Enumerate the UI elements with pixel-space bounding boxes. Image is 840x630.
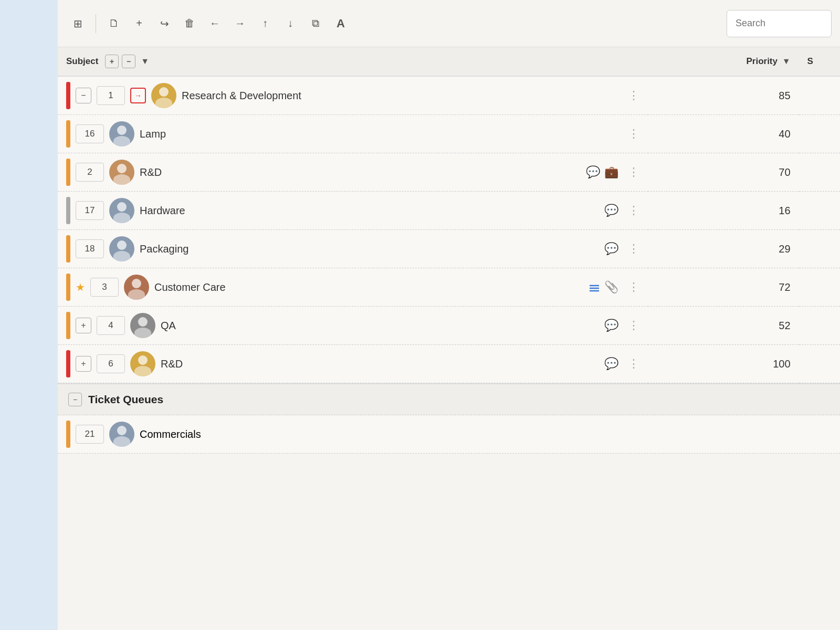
- section-collapse-btn[interactable]: −: [68, 393, 82, 406]
- lines-icon: [589, 282, 600, 292]
- search-input[interactable]: [736, 18, 820, 29]
- row-number: 4: [97, 316, 125, 335]
- chat-icon: 💬: [586, 165, 600, 179]
- partial-row-label: Commercials: [140, 428, 832, 440]
- row-label: Hardware: [140, 205, 599, 217]
- section-title: Ticket Queues: [88, 393, 163, 406]
- table-row: +6R&D💬⋮100: [58, 345, 840, 383]
- plus-icon[interactable]: +: [128, 12, 151, 35]
- chat-icon: 💬: [604, 204, 618, 217]
- row-number: 6: [97, 354, 125, 373]
- row-menu-dots[interactable]: ⋮: [628, 242, 639, 256]
- row-number: 2: [76, 163, 104, 182]
- priority-bar: [66, 350, 70, 377]
- remove-col-btn[interactable]: −: [122, 55, 135, 68]
- status-cell: [799, 307, 840, 345]
- priority-bar: [66, 82, 70, 109]
- status-cell: [799, 268, 840, 307]
- main-table: Subject + − ▼ Priority ▼ S: [58, 47, 840, 383]
- row-label: QA: [161, 320, 599, 332]
- status-cell: [799, 115, 840, 153]
- row-menu-dots[interactable]: ⋮: [628, 165, 639, 179]
- add-col-btn[interactable]: +: [105, 55, 119, 68]
- subject-cell: −1→Research & Development⋮: [58, 76, 648, 115]
- toolbar: ⊞ 🗋 + ↪ 🗑 ← → ↑ ↓ ⧉ A: [58, 0, 840, 47]
- trash-icon[interactable]: 🗑: [178, 12, 201, 35]
- row-icons: 💬💼: [586, 165, 618, 179]
- arrow-right-icon[interactable]: →: [228, 12, 251, 35]
- row-menu-dots[interactable]: ⋮: [628, 357, 639, 371]
- partial-avatar: [109, 422, 134, 447]
- table-row: ★3Customer Care📎⋮72: [58, 268, 840, 307]
- subject-cell: 18Packaging💬⋮: [58, 230, 648, 268]
- row-number: 17: [76, 201, 104, 220]
- row-label: R&D: [161, 358, 599, 370]
- partial-row-bar: [66, 421, 70, 448]
- grid-icon[interactable]: ⊞: [66, 12, 89, 35]
- table-row: 2R&D💬💼⋮70: [58, 153, 840, 192]
- priority-bar: [66, 312, 70, 339]
- status-cell: [799, 230, 840, 268]
- priority-value: 52: [648, 307, 799, 345]
- table-row: 18Packaging💬⋮29: [58, 230, 840, 268]
- row-number: 1: [97, 86, 125, 105]
- subject-cell: +4QA💬⋮: [58, 307, 648, 345]
- star-icon[interactable]: ★: [76, 281, 85, 293]
- priority-bar: [66, 159, 70, 186]
- subject-header-icons: + − ▼: [105, 55, 149, 68]
- avatar: [124, 275, 149, 300]
- status-cell: [799, 76, 840, 115]
- avatar: [130, 313, 155, 338]
- status-cell: [799, 192, 840, 230]
- indent-icon[interactable]: ↪: [153, 12, 176, 35]
- priority-bar: [66, 274, 70, 301]
- expand-btn[interactable]: +: [76, 356, 91, 372]
- subject-header: Subject + − ▼: [58, 47, 648, 76]
- chat-icon: 💬: [604, 357, 618, 371]
- priority-filter-icon[interactable]: ▼: [782, 57, 791, 66]
- row-number: 3: [90, 278, 119, 297]
- avatar: [109, 121, 134, 146]
- expand-btn[interactable]: +: [76, 318, 91, 333]
- table-container: Subject + − ▼ Priority ▼ S: [58, 47, 840, 630]
- row-number: 18: [76, 239, 104, 258]
- avatar: [109, 198, 134, 223]
- font-icon[interactable]: A: [329, 12, 352, 35]
- row-number: 16: [76, 124, 104, 143]
- table-row: −1→Research & Development⋮85: [58, 76, 840, 115]
- priority-value: 72: [648, 268, 799, 307]
- priority-value: 85: [648, 76, 799, 115]
- arrow-down-icon[interactable]: ↓: [279, 12, 302, 35]
- priority-bar: [66, 197, 70, 224]
- row-icons: 📎: [589, 280, 618, 294]
- briefcase-icon: 💼: [604, 165, 618, 179]
- chat-blue-icon: 💬: [604, 242, 618, 256]
- priority-value: 40: [648, 115, 799, 153]
- row-menu-dots[interactable]: ⋮: [628, 280, 639, 294]
- filter-icon[interactable]: ▼: [141, 57, 149, 66]
- row-label: Lamp: [140, 128, 618, 140]
- nav-arrow-icon[interactable]: →: [130, 88, 146, 103]
- avatar: [130, 351, 155, 376]
- row-icons: 💬: [604, 319, 618, 332]
- row-menu-dots[interactable]: ⋮: [628, 204, 639, 217]
- priority-bar: [66, 235, 70, 262]
- subject-cell: 17Hardware💬⋮: [58, 192, 648, 230]
- main-content: ⊞ 🗋 + ↪ 🗑 ← → ↑ ↓ ⧉ A Subject + −: [58, 0, 840, 630]
- row-icons: 💬: [604, 204, 618, 217]
- chat-icon: 💬: [604, 319, 618, 332]
- copy-icon[interactable]: ⧉: [304, 12, 327, 35]
- collapse-btn[interactable]: −: [76, 88, 91, 103]
- avatar: [109, 236, 134, 261]
- file-icon[interactable]: 🗋: [102, 12, 125, 35]
- arrow-up-icon[interactable]: ↑: [254, 12, 277, 35]
- row-menu-dots[interactable]: ⋮: [628, 127, 639, 141]
- row-menu-dots[interactable]: ⋮: [628, 319, 639, 332]
- table-row: 16Lamp⋮40: [58, 115, 840, 153]
- priority-value: 29: [648, 230, 799, 268]
- arrow-left-icon[interactable]: ←: [203, 12, 226, 35]
- status-cell: [799, 345, 840, 383]
- subject-cell: 16Lamp⋮: [58, 115, 648, 153]
- row-menu-dots[interactable]: ⋮: [628, 89, 639, 102]
- search-box[interactable]: [727, 10, 832, 37]
